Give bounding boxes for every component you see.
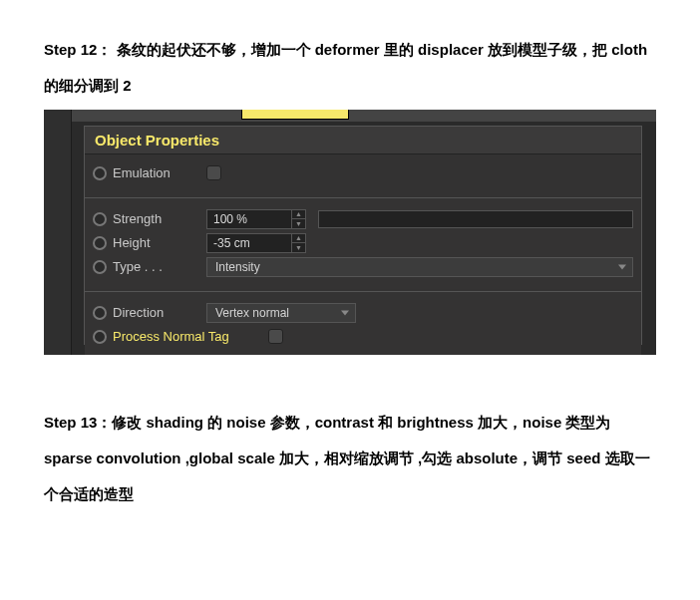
height-row: Height -35 cm ▲▼ (93, 231, 633, 254)
radio-icon[interactable] (93, 306, 107, 320)
strength-value: 100 % (207, 212, 291, 226)
type-label: Type . . . (113, 259, 200, 274)
object-properties-section-top: Emulation (85, 154, 641, 195)
direction-value: Vertex normal (215, 306, 289, 320)
process-normal-tag-label: Process Normal Tag (113, 329, 262, 344)
object-properties-section-bottom: Direction Vertex normal Process Normal T… (85, 291, 641, 355)
chevron-down-icon (618, 264, 626, 269)
object-properties-panel: Object Properties Emulation Strength 100… (44, 110, 656, 355)
panel-left-rail (44, 110, 72, 355)
emulation-checkbox[interactable] (206, 165, 221, 180)
strength-row: Strength 100 % ▲▼ (93, 207, 633, 230)
process-normal-tag-checkbox[interactable] (268, 329, 283, 344)
direction-dropdown[interactable]: Vertex normal (206, 303, 356, 323)
radio-icon[interactable] (93, 236, 107, 250)
height-input[interactable]: -35 cm ▲▼ (206, 233, 306, 253)
radio-icon[interactable] (93, 212, 107, 226)
type-row: Type . . . Intensity (93, 255, 633, 278)
step-12-text: Step 12： 条纹的起伏还不够，增加一个 deformer 里的 displ… (0, 0, 700, 104)
direction-label: Direction (113, 305, 200, 320)
direction-row: Direction Vertex normal (93, 301, 633, 324)
radio-icon[interactable] (93, 260, 107, 274)
emulation-row: Emulation (93, 161, 633, 184)
spinner-icon[interactable]: ▲▼ (291, 210, 305, 228)
radio-icon[interactable] (93, 166, 107, 180)
emulation-label: Emulation (113, 165, 200, 180)
panel-tab-bar (72, 110, 656, 122)
strength-input[interactable]: 100 % ▲▼ (206, 209, 306, 229)
object-properties-section-main: Strength 100 % ▲▼ Height -35 cm ▲▼ (85, 197, 641, 289)
strength-label: Strength (113, 211, 200, 226)
process-normal-tag-row: Process Normal Tag (93, 325, 633, 348)
height-label: Height (113, 235, 200, 250)
object-properties-header: Object Properties (85, 127, 641, 154)
radio-icon[interactable] (93, 330, 107, 344)
active-tab-indicator[interactable] (241, 110, 349, 120)
chevron-down-icon (341, 310, 349, 315)
height-value: -35 cm (207, 236, 291, 250)
type-dropdown[interactable]: Intensity (206, 257, 633, 277)
step-13-text: Step 13：修改 shading 的 noise 参数，contrast 和… (0, 355, 700, 512)
object-properties-body: Object Properties Emulation Strength 100… (84, 126, 642, 345)
type-value: Intensity (215, 260, 260, 274)
strength-slider[interactable] (318, 210, 633, 228)
spinner-icon[interactable]: ▲▼ (291, 234, 305, 252)
